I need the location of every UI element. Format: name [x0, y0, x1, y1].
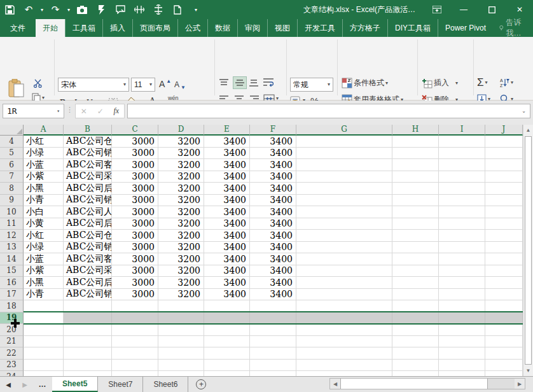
- cell-I19[interactable]: [439, 312, 485, 325]
- cancel-icon[interactable]: ✕: [81, 107, 87, 116]
- cell-B24[interactable]: [64, 371, 112, 376]
- cell-J24[interactable]: [485, 371, 523, 376]
- cell-F21[interactable]: [250, 336, 296, 348]
- redo-dropdown-icon[interactable]: ▾: [65, 0, 73, 19]
- cell-A21[interactable]: [24, 336, 64, 348]
- undo-dropdown-icon[interactable]: ▾: [38, 0, 46, 19]
- cell-H14[interactable]: [392, 253, 439, 265]
- cell-J16[interactable]: [485, 277, 523, 289]
- cell-B19[interactable]: [64, 312, 112, 325]
- cell-B18[interactable]: [64, 300, 112, 312]
- cell-B6[interactable]: ABC公司客: [64, 159, 112, 171]
- cell-D24[interactable]: [158, 371, 204, 376]
- cell-J10[interactable]: [485, 206, 523, 218]
- cell-B9[interactable]: ABC公司销: [64, 195, 112, 207]
- row-header-9[interactable]: 9: [0, 195, 24, 207]
- cell-E16[interactable]: 3400: [204, 277, 250, 289]
- cell-C18[interactable]: [112, 300, 158, 312]
- save-icon[interactable]: [0, 0, 19, 19]
- cell-G16[interactable]: [296, 277, 392, 289]
- align-middle-button[interactable]: [233, 76, 247, 89]
- cell-H17[interactable]: [392, 289, 439, 301]
- cell-F23[interactable]: [250, 360, 296, 372]
- cell-J22[interactable]: [485, 347, 523, 360]
- cell-D4[interactable]: 3200: [158, 136, 204, 148]
- wrap-text-button[interactable]: [263, 78, 273, 87]
- cell-H11[interactable]: [392, 218, 439, 230]
- cell-J21[interactable]: [485, 336, 523, 348]
- cell-J6[interactable]: [485, 159, 523, 171]
- cell-E18[interactable]: [204, 300, 250, 312]
- cell-A10[interactable]: 小白: [24, 206, 64, 218]
- cell-E15[interactable]: 3400: [204, 265, 250, 277]
- font-size-select[interactable]: 11▾: [131, 78, 155, 92]
- camera-icon[interactable]: [73, 0, 92, 19]
- cell-B22[interactable]: [64, 347, 112, 360]
- cell-A7[interactable]: 小紫: [24, 171, 64, 183]
- cell-F7[interactable]: 3400: [250, 171, 296, 183]
- cell-J5[interactable]: [485, 148, 523, 160]
- cell-E10[interactable]: 3400: [204, 206, 250, 218]
- horizontal-scrollbar[interactable]: ◀ ▶: [329, 378, 525, 389]
- cell-F19[interactable]: [250, 312, 296, 325]
- column-header-E[interactable]: E: [204, 125, 250, 136]
- cell-D7[interactable]: 3200: [158, 171, 204, 183]
- cell-F10[interactable]: 3400: [250, 206, 296, 218]
- ribbon-tab-视图[interactable]: 视图: [267, 19, 297, 37]
- cell-C17[interactable]: 3000: [112, 289, 158, 301]
- align-bottom-button[interactable]: [249, 79, 258, 87]
- column-header-G[interactable]: G: [296, 125, 392, 136]
- cell-H24[interactable]: [392, 371, 439, 376]
- cell-J19[interactable]: [485, 312, 523, 325]
- cell-A5[interactable]: 小绿: [24, 148, 64, 160]
- cell-C7[interactable]: 3000: [112, 171, 158, 183]
- autosum-button[interactable]: Σ▾: [477, 76, 488, 89]
- cell-I13[interactable]: [439, 242, 485, 254]
- cell-I11[interactable]: [439, 218, 485, 230]
- decrease-font-button[interactable]: A▼: [174, 80, 186, 89]
- cell-E17[interactable]: 3400: [204, 289, 250, 301]
- cell-C6[interactable]: 3000: [112, 159, 158, 171]
- cell-D16[interactable]: 3200: [158, 277, 204, 289]
- cell-C24[interactable]: [112, 371, 158, 376]
- vertical-scroll-thumb[interactable]: [525, 136, 532, 365]
- row-header-22[interactable]: 22: [0, 347, 24, 360]
- cell-J7[interactable]: [485, 171, 523, 183]
- cell-E7[interactable]: 3400: [204, 171, 250, 183]
- cell-H4[interactable]: [392, 136, 439, 148]
- cell-B16[interactable]: ABC公司后: [64, 277, 112, 289]
- cell-H7[interactable]: [392, 171, 439, 183]
- sheet-nav-prev-icon[interactable]: ◀: [0, 377, 17, 392]
- row-header-11[interactable]: 11: [0, 218, 24, 230]
- horizontal-scroll-thumb[interactable]: [340, 379, 488, 389]
- cell-C19[interactable]: [112, 312, 158, 325]
- cell-D14[interactable]: 3200: [158, 253, 204, 265]
- comment-icon[interactable]: [111, 0, 130, 19]
- sheet-tab-Sheet6[interactable]: Sheet6: [143, 377, 188, 392]
- cell-D10[interactable]: 3200: [158, 206, 204, 218]
- ribbon-tab-DIY工具箱[interactable]: DIY工具箱: [387, 19, 438, 37]
- redo-icon[interactable]: ↷: [46, 0, 65, 19]
- sign-in-button[interactable]: 登录: [530, 19, 533, 37]
- cell-I12[interactable]: [439, 230, 485, 242]
- cell-J12[interactable]: [485, 230, 523, 242]
- cell-C8[interactable]: 3000: [112, 183, 158, 195]
- cell-F5[interactable]: 3400: [250, 148, 296, 160]
- cell-F15[interactable]: 3400: [250, 265, 296, 277]
- row-header-21[interactable]: 21: [0, 336, 24, 348]
- cell-G19[interactable]: [296, 312, 392, 325]
- column-header-D[interactable]: D: [158, 125, 204, 136]
- cell-F13[interactable]: 3400: [250, 242, 296, 254]
- cell-F18[interactable]: [250, 300, 296, 312]
- cell-G18[interactable]: [296, 300, 392, 312]
- cell-G23[interactable]: [296, 360, 392, 372]
- cell-H23[interactable]: [392, 360, 439, 372]
- cell-J4[interactable]: [485, 136, 523, 148]
- cell-G20[interactable]: [296, 324, 392, 336]
- cell-E11[interactable]: 3400: [204, 218, 250, 230]
- column-header-A[interactable]: A: [24, 125, 64, 136]
- cut-button[interactable]: [33, 79, 43, 88]
- new-sheet-button[interactable]: +: [188, 377, 214, 392]
- cell-G24[interactable]: [296, 371, 392, 376]
- cell-H12[interactable]: [392, 230, 439, 242]
